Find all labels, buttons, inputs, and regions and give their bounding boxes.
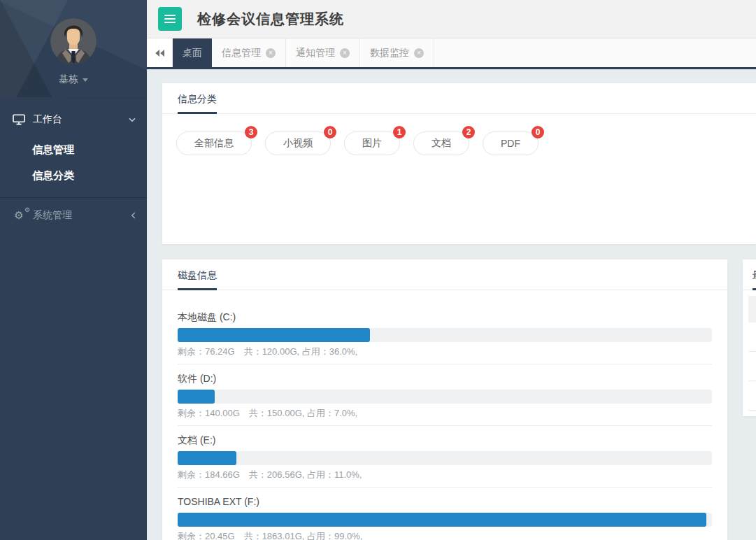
disk-name: 文档 (E:) [178,434,712,446]
pill-label: 小视频 [283,137,313,148]
disk-name: 软件 (D:) [178,373,712,385]
panel-title: 信息分类 [178,93,217,114]
sidebar-item-label: 工作台 [33,113,62,126]
pill-pdf[interactable]: PDF 0 [483,132,539,155]
collapse-tabs-button[interactable] [147,38,173,67]
content: 信息分类 全部信息 3 小视频 0 图片 1 [147,69,756,540]
panel-body: 本地磁盘 (C:) 剩余：76.24G 共：120.00G, 占用：36.0%,… [162,290,727,540]
disk-usage-bar [178,451,712,465]
sidebar-nav: 工作台 信息管理 信息分类 ⚙⚙ 系统管理 [0,104,147,232]
tab-notice-management[interactable]: 通知管理 × [286,38,360,67]
panel-info-category: 信息分类 全部信息 3 小视频 0 图片 1 [162,83,756,244]
table-row: 1 [748,381,756,411]
pill-image[interactable]: 图片 1 [344,132,400,155]
disk-usage-fill [178,451,236,465]
gears-icon: ⚙⚙ [11,210,27,220]
sidebar-item-workbench[interactable]: 工作台 [0,104,147,136]
avatar[interactable] [50,18,97,64]
disk-usage-text: 剩余：20.45G 共：1863.01G, 占用：99.0%, [178,531,712,540]
panel-body: 全部信息 3 小视频 0 图片 1 文档 2 [162,114,756,244]
disk-usage-text: 剩余：140.00G 共：150.00G, 占用：7.0%, [178,408,712,426]
count-badge: 3 [245,126,257,138]
avatar-image [50,18,97,64]
user-profile: 基栋 [0,0,147,98]
category-pill-list: 全部信息 3 小视频 0 图片 1 文档 2 [176,132,742,155]
pill-document[interactable]: 文档 2 [413,132,469,155]
panel-title: 磁盘信息 [178,269,217,290]
tab-label: 数据监控 [370,47,409,59]
username-label: 基栋 [59,73,78,85]
close-icon[interactable]: × [266,48,276,58]
disk-row-e: 文档 (E:) 剩余：184.66G 共：206.56G, 占用：11.0%, [178,434,712,488]
disk-usage-bar [178,390,712,404]
sidebar-item-info-management[interactable]: 信息管理 [0,137,147,163]
close-icon[interactable]: × [340,48,350,58]
panel-body: 信 1 1 1 [743,290,756,416]
avatar-face [67,27,80,45]
sidebar-item-system-management[interactable]: ⚙⚙ 系统管理 [0,197,147,232]
double-chevron-left-icon [154,49,165,57]
pill-short-video[interactable]: 小视频 0 [265,132,331,155]
pill-label: PDF [501,138,520,149]
main-area: 检修会议信息管理系统 桌面 信息管理 × 通知管理 × 数据监控 × [147,0,756,540]
panel-header: 信息分类 [162,83,756,114]
panel-disk-info: 磁盘信息 本地磁盘 (C:) 剩余：76.24G 共：120.00G, 占用：3… [162,260,727,540]
tab-label: 桌面 [183,47,202,59]
disk-usage-fill [178,328,370,342]
count-badge: 2 [462,126,475,138]
disk-usage-text: 剩余：184.66G 共：206.56G, 占用：11.0%, [178,469,712,488]
workbench-submenu: 信息管理 信息分类 [0,136,147,197]
caret-down-icon [83,78,88,82]
table-row: 1 [748,352,756,381]
content-row: 磁盘信息 本地磁盘 (C:) 剩余：76.24G 共：120.00G, 占用：3… [162,260,756,540]
table-column-header: 信 [748,296,756,322]
monitor-icon [11,114,27,125]
close-icon[interactable]: × [414,48,424,58]
pill-all-info[interactable]: 全部信息 3 [176,132,252,155]
disk-row-d: 软件 (D:) 剩余：140.00G 共：150.00G, 占用：7.0%, [178,373,712,426]
disk-name: 本地磁盘 (C:) [178,311,712,323]
count-badge: 0 [532,126,544,138]
disk-row-f: TOSHIBA EXT (F:) 剩余：20.45G 共：1863.01G, 占… [178,496,712,540]
sidebar: 基栋 工作台 信息管理 信息分类 ⚙⚙ 系统管理 [0,0,147,540]
disk-usage-bar [178,513,712,527]
panel-title: 最 [753,269,756,290]
tab-data-monitor[interactable]: 数据监控 × [360,38,434,67]
disk-row-c: 本地磁盘 (C:) 剩余：76.24G 共：120.00G, 占用：36.0%, [178,311,712,364]
sidebar-item-label: 系统管理 [33,209,72,222]
panel-header: 磁盘信息 [162,260,727,290]
disk-usage-bar [178,328,712,342]
disk-name: TOSHIBA EXT (F:) [178,496,712,508]
disk-usage-fill [178,513,706,527]
panel-header: 最 [743,260,756,290]
header: 检修会议信息管理系统 [147,0,756,38]
table-row: 1 [748,322,756,352]
page-title: 检修会议信息管理系统 [197,10,344,29]
username-menu[interactable]: 基栋 [0,73,147,86]
pill-label: 文档 [432,137,451,148]
hamburger-icon [164,18,176,20]
count-badge: 1 [393,126,406,138]
tab-bar: 桌面 信息管理 × 通知管理 × 数据监控 × [147,38,756,69]
sidebar-item-info-category[interactable]: 信息分类 [0,163,147,189]
chevron-down-icon [129,118,136,122]
tab-desktop[interactable]: 桌面 [173,38,212,67]
tab-label: 通知管理 [296,47,335,59]
disk-usage-text: 剩余：76.24G 共：120.00G, 占用：36.0%, [178,346,712,364]
tab-info-management[interactable]: 信息管理 × [212,38,286,67]
count-badge: 0 [324,126,336,138]
disk-usage-fill [178,390,215,404]
pill-label: 图片 [362,137,382,148]
app-root: 基栋 工作台 信息管理 信息分类 ⚙⚙ 系统管理 [0,0,756,540]
panel-latest-info: 最 信 1 1 1 [743,260,756,416]
pill-label: 全部信息 [194,137,234,148]
chevron-left-icon [131,212,136,219]
hamburger-button[interactable] [158,7,182,31]
tab-label: 信息管理 [222,47,261,59]
